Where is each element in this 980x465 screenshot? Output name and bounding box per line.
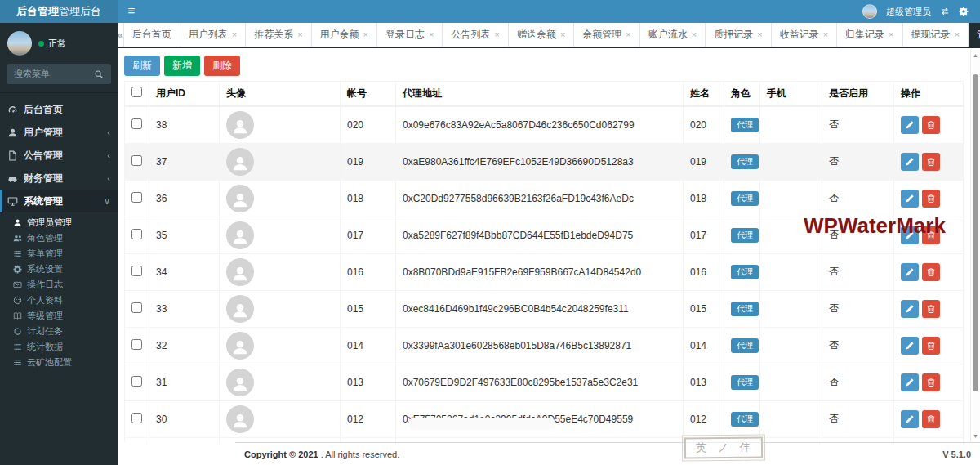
edit-button[interactable] [901,263,919,281]
tab-close-icon[interactable]: × [692,30,697,39]
tab[interactable]: 提现记录× [903,23,969,47]
scroll-up-icon[interactable]: ▲ [971,51,980,60]
row-checkbox[interactable] [131,118,142,129]
brand-rest: 管理后台 [59,5,101,17]
row-checkbox[interactable] [131,339,142,350]
row-checkbox[interactable] [131,376,142,387]
scrollbar-thumb[interactable] [973,74,978,391]
avatar [226,185,254,212]
row-checkbox[interactable] [131,266,142,276]
row-checkbox[interactable] [131,155,142,166]
tab[interactable]: 后台首页 [124,23,180,47]
tab-close-icon[interactable]: × [955,30,960,39]
select-all-checkbox[interactable] [131,87,142,97]
sidebar-subitem-label: 系统设置 [27,263,63,275]
tab[interactable]: 归集记录× [837,23,902,47]
sidebar-item[interactable]: 系统管理∨ [0,190,118,212]
vertical-scrollbar[interactable]: ▲ ▼ [970,50,980,442]
tab[interactable]: 公告列表× [443,23,508,47]
sidebar-avatar[interactable] [7,31,32,56]
delete-row-button[interactable] [922,263,940,281]
hamburger-icon[interactable]: ≡ [118,0,145,23]
row-select-cell [125,253,149,290]
tab[interactable]: 质押记录× [706,23,771,47]
sidebar-subitem[interactable]: 操作日志 [0,277,118,293]
tab[interactable]: 管理员管理× [969,23,980,47]
delete-row-button[interactable] [922,226,940,244]
tab-close-icon[interactable]: × [823,30,828,39]
add-button[interactable]: 新增 [164,56,200,76]
tab-close-icon[interactable]: × [889,30,893,39]
tab[interactable]: 用户余额× [312,23,377,47]
user-name[interactable]: 超级管理员 [886,6,931,18]
row-checkbox[interactable] [131,413,142,423]
edit-button[interactable] [901,300,919,318]
tabs-scroll-left-icon[interactable]: « [118,23,124,47]
sidebar-subitem[interactable]: 角色管理 [0,230,118,246]
role-badge: 代理 [731,228,759,243]
search-icon[interactable] [94,69,104,79]
edit-button[interactable] [901,373,919,391]
row-checkbox[interactable] [131,192,142,203]
sidebar-subitem[interactable]: 统计数据 [0,339,118,355]
scroll-down-icon[interactable]: ▼ [971,432,980,440]
sidebar-item[interactable]: 用户管理‹ [0,121,118,144]
trash-icon [926,194,936,203]
row-checkbox[interactable] [131,229,142,239]
tab-close-icon[interactable]: × [494,30,499,39]
row-checkbox[interactable] [131,302,142,313]
edit-button[interactable] [901,337,919,355]
tab-label: 账户流水 [648,28,688,42]
delete-row-button[interactable] [922,410,940,428]
edit-button[interactable] [901,116,919,134]
sidebar-subitem[interactable]: 计划任务 [0,324,118,339]
search-input[interactable]: 搜索菜单 [7,64,111,84]
edit-button[interactable] [901,153,919,171]
tab[interactable]: 推荐关系× [246,23,311,47]
refresh-button[interactable]: 刷新 [124,56,160,76]
sidebar-subitem[interactable]: 等级管理 [0,308,118,324]
tab[interactable]: 账户流水× [640,23,706,47]
horizontal-scrollbar-thumb[interactable] [408,418,555,430]
tab-close-icon[interactable]: × [626,30,630,39]
edit-button[interactable] [901,190,919,208]
tab-close-icon[interactable]: × [363,30,368,39]
tab[interactable]: 余额管理× [574,23,639,47]
tab-close-icon[interactable]: × [232,30,237,39]
trash-icon [926,230,936,240]
tab[interactable]: 赠送余额× [509,23,574,47]
tab-close-icon[interactable]: × [429,30,434,39]
role-cell: 代理 [724,253,760,290]
sidebar-item[interactable]: 财务管理‹ [0,167,118,190]
edit-button[interactable] [901,410,919,428]
enabled-cell: 否 [822,290,894,327]
sidebar-subitem[interactable]: 菜单管理 [0,246,118,262]
edit-button[interactable] [901,226,919,244]
sidebar-subitem[interactable]: 个人资料 [0,293,118,308]
tab-close-icon[interactable]: × [757,30,762,39]
delete-row-button[interactable] [922,190,940,208]
delete-row-button[interactable] [922,116,940,134]
tab[interactable]: 用户列表× [180,23,246,47]
delete-row-button[interactable] [922,153,940,171]
delete-row-button[interactable] [922,373,940,391]
sidebar-subitem[interactable]: 管理员管理 [0,215,118,230]
tab[interactable]: 收益记录× [772,23,837,47]
status-dot-icon [38,41,44,47]
exchange-icon[interactable] [940,7,950,16]
gear-icon[interactable] [959,7,969,16]
delete-row-button[interactable] [922,337,940,355]
sidebar-item[interactable]: 后台首页 [0,98,118,121]
tab-close-icon[interactable]: × [297,30,302,39]
tab[interactable]: 登录日志× [377,23,443,47]
sidebar-subitem[interactable]: 系统设置 [0,262,118,277]
tab-close-icon[interactable]: × [560,30,565,39]
delete-row-button[interactable] [922,300,940,318]
app-logo[interactable]: 后台管理管理后台 [0,0,118,23]
user-id-cell: 32 [149,327,220,364]
sidebar-subitem[interactable]: 云矿池配置 [0,355,118,370]
sidebar-subitem-label: 菜单管理 [27,248,63,260]
user-avatar[interactable] [862,4,877,19]
delete-button[interactable]: 删除 [204,56,240,76]
sidebar-item[interactable]: 公告管理‹ [0,144,118,167]
